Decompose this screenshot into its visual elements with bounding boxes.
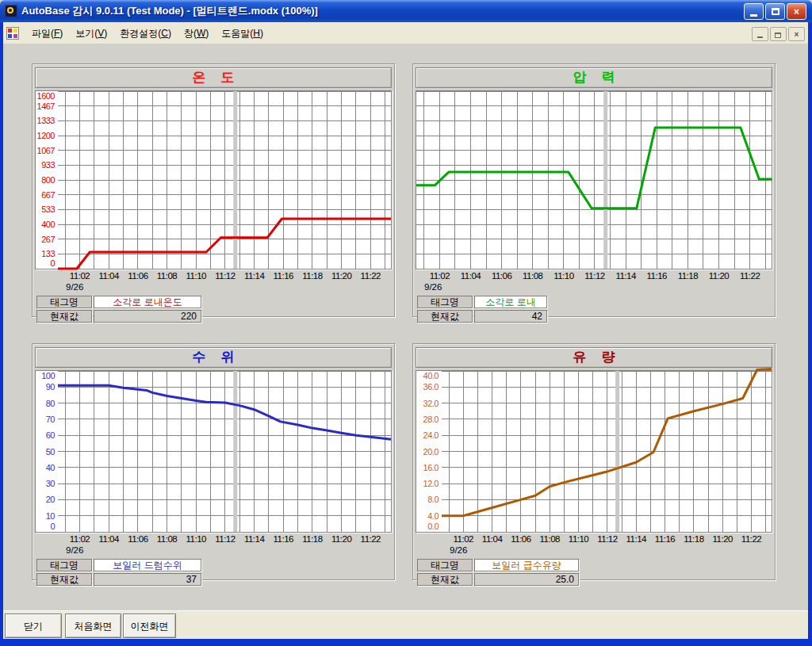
- tag-table: 태그명보일러 드럼수위현재값37: [36, 559, 394, 586]
- x-axis-tick: 11:06: [492, 271, 511, 281]
- x-axis-tick: 11:04: [482, 534, 502, 544]
- x-axis-tick: 11:06: [128, 271, 147, 281]
- y-axis-label: 16.0: [416, 463, 439, 472]
- mdi-restore-icon: [775, 32, 781, 38]
- maximize-button[interactable]: [765, 3, 785, 20]
- tag-table: 태그명소각로 로내온도현재값220: [36, 296, 394, 323]
- window-border-left: [0, 22, 3, 646]
- x-axis-tick: 11:22: [740, 271, 760, 281]
- close-icon: ×: [794, 6, 799, 17]
- minimize-button[interactable]: [744, 3, 764, 20]
- x-axis-tick: 11:04: [461, 271, 481, 281]
- mdi-minimize-button[interactable]: [752, 27, 768, 41]
- x-axis-tick: 11:10: [186, 534, 206, 544]
- x-axis-tick: 11:12: [597, 534, 617, 544]
- y-axis-label: 4.0: [416, 511, 439, 521]
- y-axis-label: 40.0: [416, 371, 439, 380]
- tag-table: 태그명소각로 로내현재값42: [417, 296, 775, 323]
- footer-button-3[interactable]: 이전화면: [123, 614, 176, 638]
- chart-title: 압 력: [416, 67, 772, 88]
- x-axis-tick: 11:20: [709, 271, 729, 281]
- current-value: 37: [94, 573, 201, 586]
- mdi-restore-button[interactable]: [770, 27, 787, 41]
- trend-panel-2: 압 력11:0211:0411:0611:0811:1011:1211:1411…: [412, 63, 776, 317]
- y-axis-label: 1600: [36, 91, 55, 101]
- x-axis-tick: 11:16: [647, 271, 667, 281]
- x-axis-tick: 11:14: [626, 534, 646, 544]
- menu-item-1[interactable]: 파일(F): [25, 28, 69, 39]
- x-axis-tick: 11:14: [244, 271, 264, 281]
- chart-plot-area[interactable]: [416, 90, 772, 269]
- footer-button-1[interactable]: 닫기: [5, 614, 62, 638]
- x-axis-tick: 11:10: [569, 534, 588, 544]
- y-axis-label: 400: [36, 220, 55, 229]
- window-border-right: [808, 22, 812, 646]
- footer-bar: 닫기처음화면이전화면: [3, 610, 808, 640]
- x-axis-tick: 11:06: [511, 534, 530, 544]
- close-button[interactable]: ×: [787, 3, 806, 20]
- menu-bar: 파일(F)보기(V)환경설정(C)창(W)도움말(H) ×: [0, 22, 812, 44]
- trend-panel-3: 수 위100908070605040302010011:0211:0411:06…: [32, 343, 395, 580]
- x-axis-tick: 11:12: [584, 271, 604, 281]
- x-axis-tick: 11:08: [157, 271, 177, 281]
- x-axis-tick: 11:04: [98, 271, 118, 281]
- app-logo-icon: [5, 5, 17, 17]
- tag-name-row: 태그명소각로 로내: [417, 296, 775, 308]
- x-axis-tick: 11:16: [274, 534, 293, 544]
- x-axis-tick: 11:02: [70, 271, 90, 281]
- x-axis-labels: 11:0211:0411:0611:0811:1011:1211:1411:16…: [416, 534, 772, 545]
- x-axis-labels: 11:0211:0411:0611:0811:1011:1211:1411:16…: [416, 271, 772, 281]
- y-axis-label: 800: [36, 175, 55, 185]
- minimize-icon: [750, 14, 757, 17]
- chart-title: 수 위: [35, 347, 392, 368]
- mdi-minimize-icon: [757, 36, 763, 38]
- current-value: 25.0: [474, 573, 579, 586]
- trend-graph[interactable]: [416, 91, 772, 269]
- tag-name-value: 소각로 로내온도: [94, 296, 201, 308]
- footer-button-2[interactable]: 처음화면: [65, 614, 121, 638]
- chart-plot-area[interactable]: 1600146713331200106793380066753340026713…: [35, 90, 392, 269]
- mdi-close-button[interactable]: ×: [788, 27, 805, 41]
- y-axis-label: 100: [36, 371, 55, 380]
- menu-item-5[interactable]: 도움말(H): [215, 28, 270, 39]
- x-axis-tick: 11:10: [186, 271, 206, 281]
- current-value-row: 현재값220: [36, 310, 394, 323]
- x-axis-tick: 11:20: [331, 534, 351, 544]
- x-axis-tick: 11:20: [713, 534, 733, 544]
- tag-name-label: 태그명: [417, 559, 473, 571]
- menu-item-2[interactable]: 보기(V): [69, 28, 113, 39]
- tag-name-label: 태그명: [417, 296, 473, 308]
- trend-panel-4: 유 량40.036.032.028.024.020.016.012.08.04.…: [412, 343, 776, 580]
- y-axis-label: 24.0: [416, 430, 439, 440]
- current-value: 220: [94, 310, 201, 323]
- y-axis-label: 1333: [36, 116, 55, 125]
- x-axis-tick: 11:08: [157, 534, 177, 544]
- x-axis-tick: 11:14: [615, 271, 635, 281]
- document-icon[interactable]: [6, 27, 19, 40]
- trend-graph[interactable]: [58, 91, 391, 269]
- y-axis-label: 60: [36, 430, 55, 440]
- tag-name-value: 보일러 드럼수위: [94, 559, 201, 571]
- y-axis-label: 50: [36, 447, 55, 457]
- y-axis-label: 0: [36, 522, 55, 531]
- x-axis-tick: 11:08: [523, 271, 542, 281]
- current-value: 42: [474, 310, 547, 323]
- date-label: 9/26: [413, 545, 775, 555]
- y-axis-label: 1200: [36, 131, 55, 140]
- chart-plot-area[interactable]: 1009080706050403020100: [35, 370, 392, 533]
- y-axis-label: 20: [36, 495, 55, 504]
- x-axis-labels: 11:0211:0411:0611:0811:1011:1211:1411:16…: [36, 534, 391, 545]
- chart-plot-area[interactable]: 40.036.032.028.024.020.016.012.08.04.00.…: [416, 370, 772, 533]
- tag-name-row: 태그명보일러 급수유량: [417, 559, 775, 571]
- trend-graph[interactable]: [442, 371, 772, 532]
- menu-item-4[interactable]: 창(W): [178, 28, 215, 39]
- current-value-label: 현재값: [417, 573, 473, 586]
- trend-graph[interactable]: [58, 371, 391, 532]
- menu-item-3[interactable]: 환경설정(C): [113, 28, 178, 39]
- current-value-label: 현재값: [36, 573, 92, 586]
- date-label: 9/26: [33, 545, 394, 555]
- title-bar[interactable]: AutoBase 감시 9.0.11 (Test Mode) - [멀티트렌드.…: [0, 0, 812, 22]
- x-axis-tick: 11:12: [215, 271, 235, 281]
- y-axis-label: 8.0: [416, 495, 439, 504]
- x-axis-tick: 11:18: [302, 271, 322, 281]
